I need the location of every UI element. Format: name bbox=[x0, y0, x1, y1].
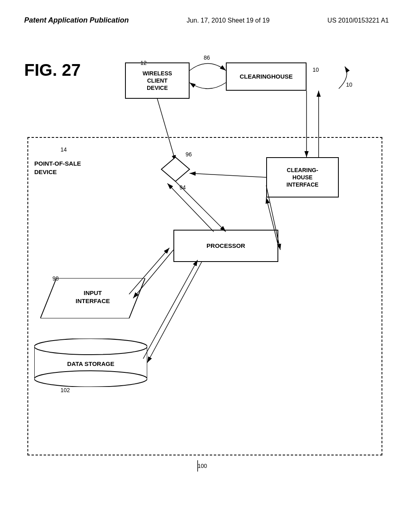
header: Patent Application Publication Jun. 17, … bbox=[24, 16, 389, 25]
label-98: 98 bbox=[52, 275, 59, 282]
clearinghouse-box: CLEARINGHOUSE bbox=[226, 62, 307, 91]
svg-point-4 bbox=[34, 339, 147, 355]
data-storage-container: DATA STORAGE bbox=[34, 339, 147, 387]
svg-text:DATA STORAGE: DATA STORAGE bbox=[67, 360, 115, 367]
processor-box: PROCESSOR bbox=[173, 230, 278, 262]
svg-text:10: 10 bbox=[346, 81, 353, 88]
svg-text:INTERFACE: INTERFACE bbox=[75, 297, 110, 304]
point-of-sale-label: POINT-OF-SALE DEVICE bbox=[34, 159, 81, 176]
label-12: 12 bbox=[140, 60, 147, 66]
svg-point-5 bbox=[34, 371, 147, 387]
date-sheet-label: Jun. 17, 2010 Sheet 19 of 19 bbox=[187, 17, 270, 24]
label-14: 14 bbox=[60, 146, 67, 153]
svg-text:INPUT: INPUT bbox=[84, 289, 102, 296]
svg-text:86: 86 bbox=[204, 54, 210, 61]
patent-number-label: US 2010/0153221 A1 bbox=[327, 17, 389, 24]
clearing-house-interface-box: CLEARING- HOUSE INTERFACE bbox=[266, 157, 339, 197]
label-10: 10 bbox=[313, 66, 319, 73]
publication-label: Patent Application Publication bbox=[24, 16, 129, 25]
label-102: 102 bbox=[60, 387, 70, 393]
wireless-client-box: WIRELESS CLIENT DEVICE bbox=[125, 62, 190, 99]
input-interface-container: INPUT INTERFACE bbox=[40, 278, 145, 318]
label-100: 100 bbox=[198, 463, 207, 469]
fig-label: FIG. 27 bbox=[24, 60, 81, 80]
